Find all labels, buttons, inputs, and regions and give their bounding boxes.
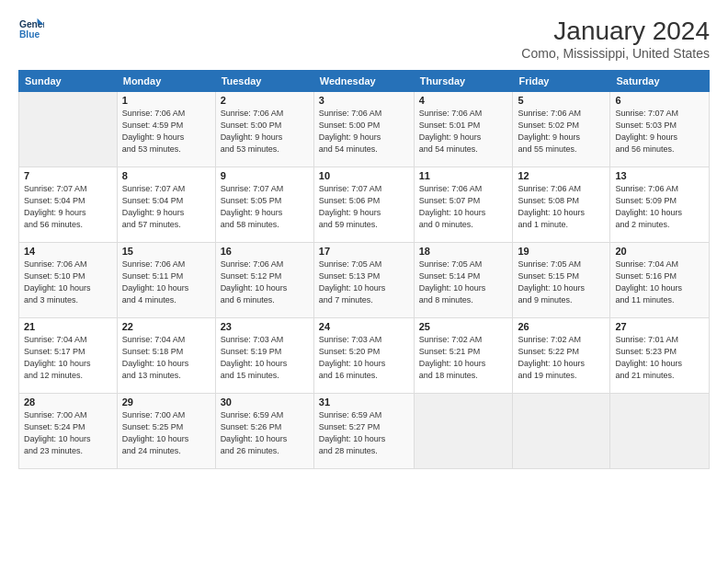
day-number: 6: [615, 95, 704, 106]
day-info: Sunrise: 7:05 AM Sunset: 5:14 PM Dayligh…: [419, 259, 508, 306]
day-number: 12: [518, 170, 605, 181]
day-number: 11: [419, 170, 508, 181]
calendar-table: Sunday Monday Tuesday Wednesday Thursday…: [18, 70, 710, 469]
svg-text:Blue: Blue: [19, 29, 40, 40]
day-cell: 6Sunrise: 7:07 AM Sunset: 5:03 PM Daylig…: [610, 92, 710, 167]
svg-text:General: General: [19, 19, 44, 29]
day-cell: 28Sunrise: 7:00 AM Sunset: 5:24 PM Dayli…: [19, 394, 118, 469]
day-number: 18: [419, 246, 508, 257]
day-number: 13: [615, 170, 704, 181]
day-number: 25: [419, 321, 508, 332]
day-number: 19: [518, 246, 605, 257]
day-info: Sunrise: 7:06 AM Sunset: 5:01 PM Dayligh…: [419, 108, 508, 155]
header: General Blue January 2024 Como, Mississi…: [18, 17, 710, 61]
day-info: Sunrise: 7:04 AM Sunset: 5:17 PM Dayligh…: [24, 334, 112, 382]
day-number: 2: [221, 95, 309, 106]
day-number: 5: [518, 95, 605, 106]
day-cell: 24Sunrise: 7:03 AM Sunset: 5:20 PM Dayli…: [313, 318, 414, 394]
day-info: Sunrise: 7:07 AM Sunset: 5:06 PM Dayligh…: [319, 183, 409, 231]
day-cell: 17Sunrise: 7:05 AM Sunset: 5:13 PM Dayli…: [313, 243, 414, 318]
day-number: 27: [615, 321, 704, 332]
day-info: Sunrise: 7:02 AM Sunset: 5:22 PM Dayligh…: [518, 334, 605, 382]
day-cell: 25Sunrise: 7:02 AM Sunset: 5:21 PM Dayli…: [414, 318, 513, 394]
day-info: Sunrise: 7:07 AM Sunset: 5:05 PM Dayligh…: [221, 183, 309, 231]
day-number: 15: [122, 246, 210, 257]
subtitle: Como, Mississippi, United States: [521, 46, 710, 61]
day-info: Sunrise: 7:00 AM Sunset: 5:25 PM Dayligh…: [122, 409, 210, 457]
day-number: 26: [518, 321, 605, 332]
day-info: Sunrise: 7:07 AM Sunset: 5:04 PM Dayligh…: [24, 183, 112, 231]
day-info: Sunrise: 7:06 AM Sunset: 5:09 PM Dayligh…: [615, 183, 704, 231]
col-thursday: Thursday: [414, 71, 513, 92]
day-cell: 16Sunrise: 7:06 AM Sunset: 5:12 PM Dayli…: [215, 243, 313, 318]
day-cell: 27Sunrise: 7:01 AM Sunset: 5:23 PM Dayli…: [610, 318, 710, 394]
day-number: 16: [221, 246, 309, 257]
day-cell: 31Sunrise: 6:59 AM Sunset: 5:27 PM Dayli…: [313, 394, 414, 469]
day-cell: [610, 394, 710, 469]
day-info: Sunrise: 7:05 AM Sunset: 5:15 PM Dayligh…: [518, 259, 605, 306]
day-info: Sunrise: 7:07 AM Sunset: 5:04 PM Dayligh…: [122, 183, 210, 231]
day-cell: 12Sunrise: 7:06 AM Sunset: 5:08 PM Dayli…: [513, 167, 610, 243]
day-number: 10: [319, 170, 409, 181]
logo: General Blue: [18, 17, 44, 42]
col-sunday: Sunday: [19, 71, 118, 92]
page: General Blue January 2024 Como, Mississi…: [0, 0, 728, 563]
col-saturday: Saturday: [610, 71, 710, 92]
day-info: Sunrise: 7:05 AM Sunset: 5:13 PM Dayligh…: [319, 259, 409, 306]
col-wednesday: Wednesday: [313, 71, 414, 92]
day-cell: 2Sunrise: 7:06 AM Sunset: 5:00 PM Daylig…: [215, 92, 313, 167]
week-row-3: 21Sunrise: 7:04 AM Sunset: 5:17 PM Dayli…: [19, 318, 710, 394]
day-info: Sunrise: 7:06 AM Sunset: 5:10 PM Dayligh…: [24, 259, 112, 306]
day-info: Sunrise: 7:06 AM Sunset: 5:02 PM Dayligh…: [518, 108, 605, 155]
logo-icon: General Blue: [18, 17, 44, 42]
day-cell: 15Sunrise: 7:06 AM Sunset: 5:11 PM Dayli…: [117, 243, 215, 318]
day-number: 9: [221, 170, 309, 181]
week-row-2: 14Sunrise: 7:06 AM Sunset: 5:10 PM Dayli…: [19, 243, 710, 318]
day-info: Sunrise: 7:03 AM Sunset: 5:19 PM Dayligh…: [221, 334, 309, 382]
day-info: Sunrise: 7:06 AM Sunset: 5:08 PM Dayligh…: [518, 183, 605, 231]
day-cell: 13Sunrise: 7:06 AM Sunset: 5:09 PM Dayli…: [610, 167, 710, 243]
day-cell: 22Sunrise: 7:04 AM Sunset: 5:18 PM Dayli…: [117, 318, 215, 394]
day-number: 1: [122, 95, 210, 106]
day-cell: 23Sunrise: 7:03 AM Sunset: 5:19 PM Dayli…: [215, 318, 313, 394]
day-number: 3: [319, 95, 409, 106]
day-info: Sunrise: 6:59 AM Sunset: 5:27 PM Dayligh…: [319, 409, 409, 457]
day-number: 7: [24, 170, 112, 181]
day-number: 22: [122, 321, 210, 332]
day-cell: 21Sunrise: 7:04 AM Sunset: 5:17 PM Dayli…: [19, 318, 118, 394]
day-number: 17: [319, 246, 409, 257]
week-row-1: 7Sunrise: 7:07 AM Sunset: 5:04 PM Daylig…: [19, 167, 710, 243]
day-cell: [513, 394, 610, 469]
day-cell: 26Sunrise: 7:02 AM Sunset: 5:22 PM Dayli…: [513, 318, 610, 394]
day-cell: 19Sunrise: 7:05 AM Sunset: 5:15 PM Dayli…: [513, 243, 610, 318]
day-cell: 3Sunrise: 7:06 AM Sunset: 5:00 PM Daylig…: [313, 92, 414, 167]
col-tuesday: Tuesday: [215, 71, 313, 92]
day-number: 30: [221, 396, 309, 408]
day-cell: 4Sunrise: 7:06 AM Sunset: 5:01 PM Daylig…: [414, 92, 513, 167]
day-number: 4: [419, 95, 508, 106]
day-info: Sunrise: 7:03 AM Sunset: 5:20 PM Dayligh…: [319, 334, 409, 382]
day-cell: 7Sunrise: 7:07 AM Sunset: 5:04 PM Daylig…: [19, 167, 118, 243]
day-info: Sunrise: 7:06 AM Sunset: 5:00 PM Dayligh…: [319, 108, 409, 155]
week-row-4: 28Sunrise: 7:00 AM Sunset: 5:24 PM Dayli…: [19, 394, 710, 469]
day-info: Sunrise: 7:02 AM Sunset: 5:21 PM Dayligh…: [419, 334, 508, 382]
day-number: 8: [122, 170, 210, 181]
day-number: 28: [24, 396, 112, 408]
day-info: Sunrise: 7:04 AM Sunset: 5:16 PM Dayligh…: [615, 259, 704, 306]
header-row: Sunday Monday Tuesday Wednesday Thursday…: [19, 71, 710, 92]
col-monday: Monday: [117, 71, 215, 92]
col-friday: Friday: [513, 71, 610, 92]
day-number: 24: [319, 321, 409, 332]
day-info: Sunrise: 7:00 AM Sunset: 5:24 PM Dayligh…: [24, 409, 112, 457]
main-title: January 2024: [521, 17, 710, 46]
day-info: Sunrise: 7:01 AM Sunset: 5:23 PM Dayligh…: [615, 334, 704, 382]
day-info: Sunrise: 7:06 AM Sunset: 5:00 PM Dayligh…: [221, 108, 309, 155]
week-row-0: 1Sunrise: 7:06 AM Sunset: 4:59 PM Daylig…: [19, 92, 710, 167]
day-cell: 1Sunrise: 7:06 AM Sunset: 4:59 PM Daylig…: [117, 92, 215, 167]
day-number: 14: [24, 246, 112, 257]
day-cell: [19, 92, 118, 167]
day-cell: [414, 394, 513, 469]
day-info: Sunrise: 7:04 AM Sunset: 5:18 PM Dayligh…: [122, 334, 210, 382]
day-info: Sunrise: 6:59 AM Sunset: 5:26 PM Dayligh…: [221, 409, 309, 457]
day-info: Sunrise: 7:06 AM Sunset: 5:07 PM Dayligh…: [419, 183, 508, 231]
